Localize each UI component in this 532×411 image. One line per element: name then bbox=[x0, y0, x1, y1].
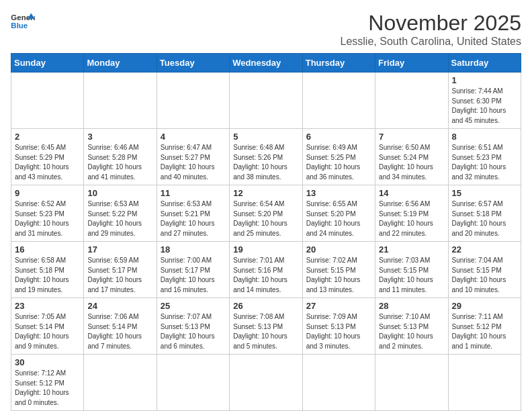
calendar-cell: 22Sunrise: 7:04 AM Sunset: 5:15 PM Dayli… bbox=[448, 242, 521, 298]
day-info: Sunrise: 6:48 AM Sunset: 5:26 PM Dayligh… bbox=[233, 143, 298, 182]
week-row-1: 2Sunrise: 6:45 AM Sunset: 5:29 PM Daylig… bbox=[11, 129, 521, 185]
day-info: Sunrise: 7:10 AM Sunset: 5:13 PM Dayligh… bbox=[379, 312, 444, 351]
day-number: 17 bbox=[87, 244, 152, 255]
logo: General Blue bbox=[11, 11, 35, 31]
day-number: 5 bbox=[233, 132, 298, 142]
col-header-wednesday: Wednesday bbox=[230, 54, 302, 73]
day-info: Sunrise: 7:05 AM Sunset: 5:14 PM Dayligh… bbox=[15, 312, 80, 351]
day-info: Sunrise: 6:51 AM Sunset: 5:23 PM Dayligh… bbox=[452, 143, 517, 182]
day-info: Sunrise: 7:01 AM Sunset: 5:16 PM Dayligh… bbox=[233, 256, 298, 295]
col-header-saturday: Saturday bbox=[448, 54, 521, 73]
day-number: 25 bbox=[161, 301, 226, 311]
calendar-cell bbox=[448, 355, 521, 411]
col-header-thursday: Thursday bbox=[302, 54, 375, 73]
week-row-0: 1Sunrise: 7:44 AM Sunset: 6:30 PM Daylig… bbox=[11, 73, 521, 129]
col-header-sunday: Sunday bbox=[11, 54, 84, 73]
day-info: Sunrise: 6:46 AM Sunset: 5:28 PM Dayligh… bbox=[87, 143, 152, 182]
calendar-table: SundayMondayTuesdayWednesdayThursdayFrid… bbox=[11, 53, 521, 411]
week-row-2: 9Sunrise: 6:52 AM Sunset: 5:23 PM Daylig… bbox=[11, 185, 521, 242]
day-info: Sunrise: 7:08 AM Sunset: 5:13 PM Dayligh… bbox=[233, 312, 298, 351]
location-title: Lesslie, South Carolina, United States bbox=[341, 36, 521, 48]
calendar-cell: 14Sunrise: 6:56 AM Sunset: 5:19 PM Dayli… bbox=[375, 185, 448, 242]
calendar-cell: 30Sunrise: 7:12 AM Sunset: 5:12 PM Dayli… bbox=[11, 355, 84, 411]
calendar-cell: 20Sunrise: 7:02 AM Sunset: 5:15 PM Dayli… bbox=[302, 242, 375, 298]
day-number: 27 bbox=[306, 301, 371, 311]
col-header-monday: Monday bbox=[84, 54, 157, 73]
calendar-cell: 2Sunrise: 6:45 AM Sunset: 5:29 PM Daylig… bbox=[11, 129, 84, 185]
week-row-4: 23Sunrise: 7:05 AM Sunset: 5:14 PM Dayli… bbox=[11, 298, 521, 355]
page-header: General Blue November 2025 Lesslie, Sout… bbox=[11, 11, 521, 48]
calendar-cell: 8Sunrise: 6:51 AM Sunset: 5:23 PM Daylig… bbox=[448, 129, 521, 185]
calendar-header-row: SundayMondayTuesdayWednesdayThursdayFrid… bbox=[11, 54, 521, 73]
calendar-cell bbox=[230, 73, 302, 129]
day-info: Sunrise: 6:47 AM Sunset: 5:27 PM Dayligh… bbox=[161, 143, 226, 182]
day-info: Sunrise: 6:59 AM Sunset: 5:17 PM Dayligh… bbox=[87, 256, 152, 295]
calendar-cell: 23Sunrise: 7:05 AM Sunset: 5:14 PM Dayli… bbox=[11, 298, 84, 355]
month-title: November 2025 bbox=[341, 11, 521, 36]
title-block: November 2025 Lesslie, South Carolina, U… bbox=[341, 11, 521, 48]
calendar-cell bbox=[84, 73, 157, 129]
calendar-cell: 10Sunrise: 6:53 AM Sunset: 5:22 PM Dayli… bbox=[84, 185, 157, 242]
day-number: 8 bbox=[452, 132, 517, 142]
calendar-cell: 3Sunrise: 6:46 AM Sunset: 5:28 PM Daylig… bbox=[84, 129, 157, 185]
week-row-3: 16Sunrise: 6:58 AM Sunset: 5:18 PM Dayli… bbox=[11, 242, 521, 298]
day-number: 18 bbox=[161, 244, 226, 255]
calendar-cell: 16Sunrise: 6:58 AM Sunset: 5:18 PM Dayli… bbox=[11, 242, 84, 298]
day-info: Sunrise: 6:58 AM Sunset: 5:18 PM Dayligh… bbox=[15, 256, 80, 295]
calendar-cell: 1Sunrise: 7:44 AM Sunset: 6:30 PM Daylig… bbox=[448, 73, 521, 129]
col-header-tuesday: Tuesday bbox=[157, 54, 229, 73]
calendar-cell bbox=[11, 73, 84, 129]
calendar-cell: 4Sunrise: 6:47 AM Sunset: 5:27 PM Daylig… bbox=[157, 129, 229, 185]
week-row-5: 30Sunrise: 7:12 AM Sunset: 5:12 PM Dayli… bbox=[11, 355, 521, 411]
calendar-cell: 25Sunrise: 7:07 AM Sunset: 5:13 PM Dayli… bbox=[157, 298, 229, 355]
day-number: 3 bbox=[87, 132, 152, 142]
day-number: 23 bbox=[15, 301, 80, 311]
day-info: Sunrise: 7:44 AM Sunset: 6:30 PM Dayligh… bbox=[452, 87, 517, 126]
calendar-cell: 27Sunrise: 7:09 AM Sunset: 5:13 PM Dayli… bbox=[302, 298, 375, 355]
day-info: Sunrise: 6:53 AM Sunset: 5:22 PM Dayligh… bbox=[87, 199, 152, 238]
calendar-cell: 12Sunrise: 6:54 AM Sunset: 5:20 PM Dayli… bbox=[230, 185, 302, 242]
day-info: Sunrise: 6:53 AM Sunset: 5:21 PM Dayligh… bbox=[161, 199, 226, 238]
day-number: 26 bbox=[233, 301, 298, 311]
day-number: 21 bbox=[379, 244, 444, 255]
calendar-cell bbox=[375, 73, 448, 129]
day-info: Sunrise: 7:03 AM Sunset: 5:15 PM Dayligh… bbox=[379, 256, 444, 295]
svg-text:Blue: Blue bbox=[11, 21, 28, 30]
calendar-cell bbox=[84, 355, 157, 411]
day-number: 11 bbox=[161, 188, 226, 198]
day-number: 10 bbox=[87, 188, 152, 198]
calendar-cell bbox=[302, 73, 375, 129]
calendar-cell: 26Sunrise: 7:08 AM Sunset: 5:13 PM Dayli… bbox=[230, 298, 302, 355]
day-info: Sunrise: 7:04 AM Sunset: 5:15 PM Dayligh… bbox=[452, 256, 517, 295]
day-info: Sunrise: 7:12 AM Sunset: 5:12 PM Dayligh… bbox=[15, 369, 80, 408]
calendar-cell: 28Sunrise: 7:10 AM Sunset: 5:13 PM Dayli… bbox=[375, 298, 448, 355]
calendar-cell bbox=[302, 355, 375, 411]
day-number: 2 bbox=[15, 132, 80, 142]
day-number: 30 bbox=[15, 357, 80, 367]
day-info: Sunrise: 6:54 AM Sunset: 5:20 PM Dayligh… bbox=[233, 199, 298, 238]
day-number: 28 bbox=[379, 301, 444, 311]
calendar-cell: 11Sunrise: 6:53 AM Sunset: 5:21 PM Dayli… bbox=[157, 185, 229, 242]
calendar-cell: 19Sunrise: 7:01 AM Sunset: 5:16 PM Dayli… bbox=[230, 242, 302, 298]
calendar-cell: 29Sunrise: 7:11 AM Sunset: 5:12 PM Dayli… bbox=[448, 298, 521, 355]
calendar-cell: 6Sunrise: 6:49 AM Sunset: 5:25 PM Daylig… bbox=[302, 129, 375, 185]
day-info: Sunrise: 7:06 AM Sunset: 5:14 PM Dayligh… bbox=[87, 312, 152, 351]
day-info: Sunrise: 7:00 AM Sunset: 5:17 PM Dayligh… bbox=[161, 256, 226, 295]
calendar-cell: 13Sunrise: 6:55 AM Sunset: 5:20 PM Dayli… bbox=[302, 185, 375, 242]
day-info: Sunrise: 7:02 AM Sunset: 5:15 PM Dayligh… bbox=[306, 256, 371, 295]
calendar-cell bbox=[157, 73, 229, 129]
calendar-cell bbox=[157, 355, 229, 411]
day-info: Sunrise: 6:57 AM Sunset: 5:18 PM Dayligh… bbox=[452, 199, 517, 238]
day-number: 19 bbox=[233, 244, 298, 255]
day-number: 16 bbox=[15, 244, 80, 255]
day-info: Sunrise: 6:52 AM Sunset: 5:23 PM Dayligh… bbox=[15, 199, 80, 238]
day-info: Sunrise: 6:45 AM Sunset: 5:29 PM Dayligh… bbox=[15, 143, 80, 182]
calendar-cell: 17Sunrise: 6:59 AM Sunset: 5:17 PM Dayli… bbox=[84, 242, 157, 298]
day-number: 22 bbox=[452, 244, 517, 255]
calendar-cell: 7Sunrise: 6:50 AM Sunset: 5:24 PM Daylig… bbox=[375, 129, 448, 185]
calendar-cell: 24Sunrise: 7:06 AM Sunset: 5:14 PM Dayli… bbox=[84, 298, 157, 355]
day-number: 29 bbox=[452, 301, 517, 311]
day-number: 12 bbox=[233, 188, 298, 198]
calendar-cell bbox=[230, 355, 302, 411]
day-number: 1 bbox=[452, 75, 517, 85]
